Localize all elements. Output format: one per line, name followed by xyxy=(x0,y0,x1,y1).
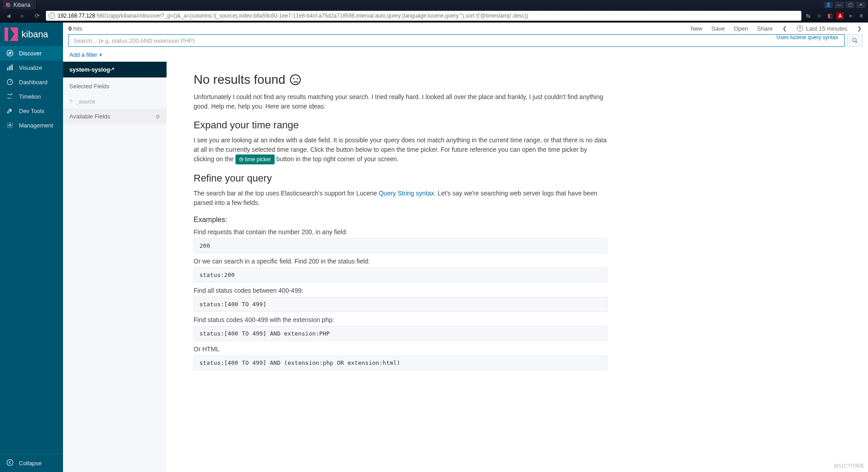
no-results-heading: No results found xyxy=(194,73,608,87)
browser-back-icon[interactable]: ◄ xyxy=(3,11,14,21)
search-input[interactable]: Search... (e.g. status:200 AND extension… xyxy=(68,34,845,47)
available-fields-header: Available Fields ⚙ xyxy=(63,109,167,124)
share-button[interactable]: Share xyxy=(757,25,773,32)
svg-point-11 xyxy=(853,38,856,42)
example-label: Find status codes 400-499 with the exten… xyxy=(194,316,608,323)
menu-icon[interactable]: ≡ xyxy=(857,12,865,20)
wrench-icon xyxy=(6,107,14,114)
svg-point-9 xyxy=(9,124,11,126)
example-label: Find all status codes between 400-499: xyxy=(194,287,608,294)
no-results-intro: Unfortunately I could not find any resul… xyxy=(194,92,608,111)
sidebar-item-discover[interactable]: Discover xyxy=(0,46,63,60)
time-picker-badge: time picker xyxy=(235,154,275,164)
svg-point-10 xyxy=(7,459,13,465)
add-filter-button[interactable]: Add a filter + xyxy=(69,51,102,58)
example-label: Find requests that contain the number 20… xyxy=(194,228,608,236)
time-range-label: Last 15 minutes xyxy=(806,25,847,32)
collapse-arrow-icon xyxy=(6,459,14,467)
field-settings-icon[interactable]: ⚙ xyxy=(155,113,160,120)
svg-rect-6 xyxy=(11,64,13,70)
example-code: 200 xyxy=(194,238,608,253)
sidebar-item-label: Timelion xyxy=(19,93,41,100)
example-code: status:[400 TO 499] xyxy=(194,297,608,312)
kibana-logo-icon xyxy=(5,27,18,41)
query-syntax-link[interactable]: Query String syntax xyxy=(379,190,434,197)
url-path: :5601/app/kibana#/discover?_g=()&_a=(col… xyxy=(95,13,528,19)
window-maximize-icon[interactable]: ▢ xyxy=(845,2,854,8)
svg-rect-4 xyxy=(7,68,9,70)
expand-time-body: I see you are looking at an index with a… xyxy=(194,136,608,164)
overflow-icon[interactable]: » xyxy=(846,12,854,20)
kibana-sidebar: kibana Discover Visualize Dashboard Time… xyxy=(0,23,63,472)
browser-tab[interactable]: Kibana xyxy=(3,0,37,9)
sidebar-collapse-button[interactable]: Collapse xyxy=(0,454,63,472)
example-code: status:200 xyxy=(194,268,608,282)
kibana-brand[interactable]: kibana xyxy=(0,23,63,46)
selected-fields-header: Selected Fields xyxy=(63,77,167,95)
discover-topbar: 0 hits New Save Open Share ❮ Last 15 min… xyxy=(63,23,868,34)
browser-forward-icon: ► xyxy=(17,11,29,21)
window-close-icon[interactable]: ✕ xyxy=(856,2,865,8)
plus-icon: + xyxy=(99,51,103,58)
index-pattern-selector[interactable]: system-syslog-* ❮ xyxy=(63,62,167,77)
watermark: @51CTO博客 xyxy=(834,463,864,469)
field-source[interactable]: ? _source xyxy=(63,95,167,109)
open-button[interactable]: Open xyxy=(734,25,748,32)
example-code: status:[400 TO 499] AND extension:PHP xyxy=(194,326,608,341)
sidebar-item-timelion[interactable]: Timelion xyxy=(0,89,63,104)
timelion-icon xyxy=(6,93,14,100)
user-icon[interactable]: 👤 xyxy=(824,2,833,8)
examples-header: Examples: xyxy=(194,216,608,224)
discover-content: 0 hits New Save Open Share ❮ Last 15 min… xyxy=(63,23,868,472)
svg-line-8 xyxy=(10,81,11,82)
example-label: Or we can search in a specific field. Fi… xyxy=(194,258,608,265)
new-button[interactable]: New xyxy=(691,25,702,32)
collapse-label: Collapse xyxy=(19,460,42,467)
search-icon xyxy=(852,37,858,44)
window-minimize-icon[interactable]: — xyxy=(835,2,844,8)
neutral-face-icon xyxy=(290,74,301,85)
expand-time-header: Expand your time range xyxy=(194,119,608,131)
time-picker-button[interactable]: Last 15 minutes xyxy=(797,25,847,32)
bar-chart-icon xyxy=(6,64,14,71)
extension-icon[interactable]: ◧ xyxy=(826,12,834,20)
time-prev-button[interactable]: ❮ xyxy=(782,25,788,32)
example-label: Or HTML xyxy=(194,345,608,353)
sidebar-item-label: Dashboard xyxy=(19,79,48,86)
sidebar-item-devtools[interactable]: Dev Tools xyxy=(0,104,63,118)
example-code: status:[400 TO 499] AND (extension:php O… xyxy=(194,355,608,370)
refine-query-body: The search bar at the top uses Elasticse… xyxy=(194,189,608,208)
sidebar-item-management[interactable]: Management xyxy=(0,118,63,132)
url-host: 192.168.77.128 xyxy=(58,13,95,19)
compass-icon xyxy=(6,50,14,57)
save-button[interactable]: Save xyxy=(711,25,725,32)
sidebar-item-dashboard[interactable]: Dashboard xyxy=(0,75,63,89)
svg-marker-3 xyxy=(9,52,11,54)
browser-tab-title: Kibana xyxy=(14,2,30,8)
adobe-icon[interactable]: A xyxy=(836,12,844,19)
svg-line-12 xyxy=(856,41,858,43)
sidebar-item-label: Visualize xyxy=(19,64,42,71)
svg-rect-5 xyxy=(9,66,11,70)
sidebar-item-label: Discover xyxy=(19,50,42,57)
fields-sidebar: system-syslog-* ❮ Selected Fields ? _sou… xyxy=(63,62,167,472)
site-info-icon[interactable]: i xyxy=(49,13,55,19)
address-bar[interactable]: i 192.168.77.128:5601/app/kibana#/discov… xyxy=(46,11,801,21)
field-type-icon: ? xyxy=(69,99,72,105)
clock-icon xyxy=(797,25,803,32)
browser-chrome: Kibana 👤 — ▢ ✕ ◄ ► ⟳ i 192.168.77.128:56… xyxy=(0,0,868,23)
sidebar-item-visualize[interactable]: Visualize xyxy=(0,60,63,75)
browser-reload-icon[interactable]: ⟳ xyxy=(32,11,43,21)
clock-badge-icon xyxy=(239,157,244,162)
time-next-button[interactable]: ❯ xyxy=(856,25,863,32)
sidebar-item-label: Management xyxy=(19,122,53,129)
refine-query-header: Refine your query xyxy=(194,172,608,184)
gear-icon xyxy=(6,122,14,129)
brand-label: kibana xyxy=(22,29,48,40)
bookmark-star-icon[interactable]: ☆ xyxy=(815,12,823,20)
kibana-favicon-icon xyxy=(5,2,11,8)
filter-bar: Add a filter + xyxy=(63,50,868,62)
translate-icon[interactable]: ⇆ xyxy=(804,12,812,20)
search-submit-button[interactable] xyxy=(847,34,863,47)
gauge-icon xyxy=(6,78,14,86)
